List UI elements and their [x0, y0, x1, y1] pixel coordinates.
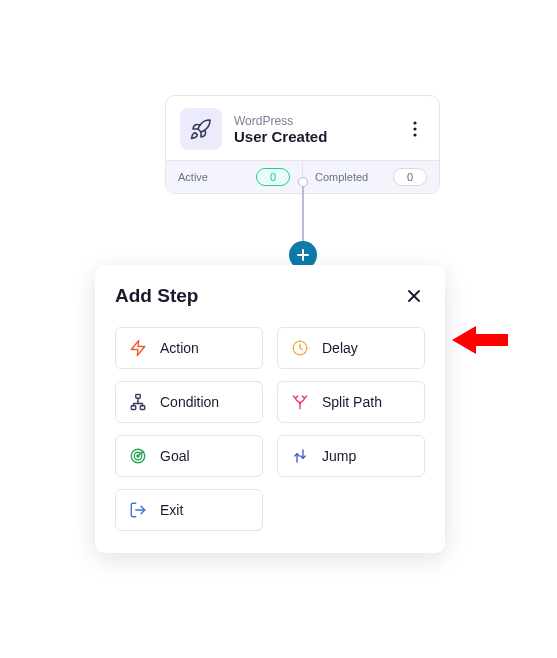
exit-icon [128, 500, 148, 520]
flow-connector-dot [298, 177, 308, 187]
svg-point-2 [413, 133, 416, 136]
stat-active-label: Active [178, 171, 208, 183]
trigger-source: WordPress [234, 114, 393, 128]
svg-marker-7 [131, 341, 145, 356]
stat-completed-count: 0 [393, 168, 427, 186]
svg-marker-16 [452, 326, 508, 354]
step-option-label: Exit [160, 502, 183, 518]
popup-title: Add Step [115, 285, 198, 307]
step-option-label: Action [160, 340, 199, 356]
rocket-icon [180, 108, 222, 150]
add-step-popup: Add Step Action Delay [95, 265, 445, 553]
trigger-header: WordPress User Created [166, 96, 439, 160]
clock-icon [290, 338, 310, 358]
step-option-action[interactable]: Action [115, 327, 263, 369]
trigger-titles: WordPress User Created [234, 114, 393, 145]
svg-point-0 [413, 121, 416, 124]
lightning-icon [128, 338, 148, 358]
stat-active-count: 0 [256, 168, 290, 186]
split-icon [290, 392, 310, 412]
more-options-button[interactable] [405, 117, 425, 141]
step-option-exit[interactable]: Exit [115, 489, 263, 531]
stat-active[interactable]: Active 0 [166, 161, 302, 193]
step-option-label: Goal [160, 448, 190, 464]
step-option-label: Delay [322, 340, 358, 356]
trigger-title: User Created [234, 128, 393, 145]
step-option-jump[interactable]: Jump [277, 435, 425, 477]
step-option-condition[interactable]: Condition [115, 381, 263, 423]
step-option-label: Split Path [322, 394, 382, 410]
step-option-label: Condition [160, 394, 219, 410]
step-option-goal[interactable]: Goal [115, 435, 263, 477]
stat-completed[interactable]: Completed 0 [302, 161, 439, 193]
close-button[interactable] [403, 285, 425, 307]
jump-icon [290, 446, 310, 466]
step-options-grid: Action Delay Condition Split Path [115, 327, 425, 531]
step-option-delay[interactable]: Delay [277, 327, 425, 369]
step-option-split-path[interactable]: Split Path [277, 381, 425, 423]
annotation-arrow [450, 322, 510, 362]
popup-header: Add Step [115, 285, 425, 307]
svg-point-1 [413, 127, 416, 130]
sitemap-icon [128, 392, 148, 412]
step-option-label: Jump [322, 448, 356, 464]
stat-completed-label: Completed [315, 171, 368, 183]
target-icon [128, 446, 148, 466]
